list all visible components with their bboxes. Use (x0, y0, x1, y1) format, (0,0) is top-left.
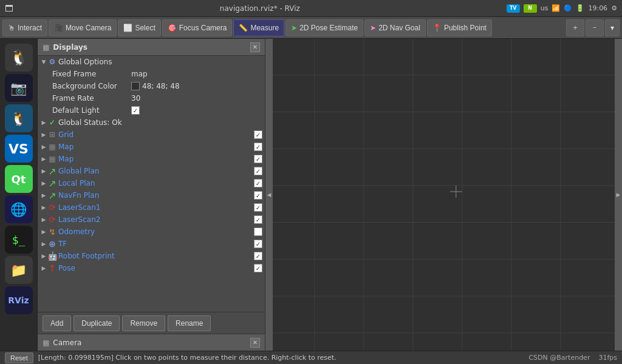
more-icon: ▾ (610, 24, 614, 32)
dock-qt-icon[interactable]: Qt (5, 165, 33, 193)
map2-checkbox[interactable]: ✓ (254, 155, 262, 163)
display-item-map2[interactable]: ▶ ▦ Map ✓ (38, 153, 265, 165)
frame-rate-label: Frame Rate (52, 94, 131, 103)
add-button[interactable]: Add (43, 315, 71, 331)
navfn-plan-icon: ↗ (47, 190, 57, 200)
display-item-tf[interactable]: ▶ ⊕ TF ✓ (38, 238, 265, 250)
display-item-local-plan[interactable]: ▶ ↗ Local Plan ✓ (38, 177, 265, 189)
displays-panel-icon: ▦ (43, 43, 49, 52)
more-options-button[interactable]: ▾ (605, 19, 620, 36)
display-item-laserscan2[interactable]: ▶ ⟳ LaserScan2 ✓ (38, 214, 265, 226)
color-swatch[interactable] (131, 82, 140, 90)
nav-goal-icon: ➤ (370, 24, 376, 32)
plus-icon: ＋ (572, 22, 579, 33)
laserscan1-expand: ▶ (40, 204, 47, 211)
camera-panel-header: ▦ Camera ✕ (38, 334, 265, 351)
map1-icon: ▦ (47, 142, 57, 152)
nav-goal-label: 2D Nav Goal (378, 24, 420, 32)
display-item-robot-footprint[interactable]: ▶ 🤖 Robot Footprint ✓ (38, 250, 265, 262)
global-plan-checkbox[interactable]: ✓ (254, 167, 262, 175)
navfn-plan-checkbox[interactable]: ✓ (254, 191, 262, 200)
map1-checkbox[interactable]: ✓ (254, 143, 262, 151)
window-title: navigation.rviz* - RViz (13, 4, 507, 13)
laserscan1-checkbox[interactable]: ✓ (254, 203, 262, 212)
left-icon-dock: 🐧 📷 🐧 VS Qt 🌐 $_ 📁 RViz (0, 39, 38, 351)
pose-checkbox[interactable]: ✓ (254, 264, 262, 272)
remove-display-button[interactable]: － (586, 19, 604, 36)
local-plan-expand: ▶ (40, 180, 47, 186)
displays-panel-close[interactable]: ✕ (250, 42, 260, 52)
dock-penguin-icon[interactable]: 🐧 (5, 104, 33, 132)
settings-icon[interactable]: ⚙ (611, 4, 617, 12)
move-camera-button[interactable]: 🎥 Move Camera (49, 19, 117, 36)
dock-rviz-icon[interactable]: RViz (5, 286, 33, 314)
focus-camera-button[interactable]: 🎯 Focus Camera (162, 19, 233, 36)
tf-checkbox[interactable]: ✓ (254, 240, 262, 248)
pose-estimate-button[interactable]: ➤ 2D Pose Estimate (285, 19, 363, 36)
laserscan1-icon: ⟳ (47, 203, 57, 212)
dock-filemanager-icon[interactable]: 📁 (5, 256, 33, 284)
display-item-grid[interactable]: ▶ ⊞ Grid ✓ (38, 129, 265, 141)
fixed-frame-row: Fixed Frame map (38, 68, 265, 80)
local-plan-checkbox[interactable]: ✓ (254, 179, 262, 187)
measure-button[interactable]: 📏 Measure (233, 19, 284, 36)
global-status-item[interactable]: ▶ ✓ Global Status: Ok (38, 116, 265, 129)
dock-ubuntu-icon[interactable]: 🐧 (5, 44, 33, 72)
toolbar-right-controls: ＋ － ▾ (566, 19, 620, 36)
dock-camera-icon[interactable]: 📷 (5, 74, 33, 102)
robot-footprint-checkbox[interactable]: ✓ (254, 252, 262, 260)
global-options-expand: ▼ (40, 59, 47, 65)
publish-point-button[interactable]: 📍 Publish Point (427, 19, 492, 36)
remove-button[interactable]: Remove (122, 315, 165, 331)
dock-browser-icon[interactable]: 🌐 (5, 195, 33, 223)
main-layout: 🐧 📷 🐧 VS Qt 🌐 $_ 📁 RViz ▦ Disp (0, 39, 622, 351)
background-color-value: 48; 48; 48 (131, 82, 180, 90)
displays-panel-title: Displays (53, 43, 87, 52)
display-item-map1[interactable]: ▶ ▦ Map ✓ (38, 141, 265, 153)
display-item-odometry[interactable]: ▶ ↯ Odometry (38, 226, 265, 238)
display-item-global-plan[interactable]: ▶ ↗ Global Plan ✓ (38, 165, 265, 177)
map2-expand: ▶ (40, 156, 47, 162)
laserscan2-label: LaserScan2 (58, 215, 254, 224)
select-button[interactable]: ⬜ Select (118, 19, 160, 36)
grid-label: Grid (58, 130, 254, 139)
battery-icon: 🔋 (576, 4, 584, 12)
robot-footprint-icon: 🤖 (47, 251, 57, 261)
tf-label: TF (58, 240, 254, 248)
global-status-icon: ✓ (47, 118, 57, 127)
laserscan1-label: LaserScan1 (58, 203, 254, 212)
display-item-laserscan1[interactable]: ▶ ⟳ LaserScan1 ✓ (38, 201, 265, 214)
default-light-value: ✓ (131, 106, 140, 115)
fixed-frame-label: Fixed Frame (52, 70, 131, 78)
displays-panel-header: ▦ Displays ✕ (38, 39, 265, 56)
grid-checkbox[interactable]: ✓ (254, 130, 262, 139)
default-light-checkbox[interactable]: ✓ (131, 106, 140, 115)
collapse-left-arrow[interactable]: ◀ (265, 39, 273, 351)
add-display-button[interactable]: ＋ (566, 19, 584, 36)
odometry-checkbox[interactable] (254, 228, 262, 236)
display-item-navfn-plan[interactable]: ▶ ↗ NavFn Plan ✓ (38, 189, 265, 201)
reset-button[interactable]: Reset (5, 352, 33, 363)
global-options-section: ▼ ⚙ Global Options Fixed Frame map Backg… (38, 56, 265, 116)
dock-vscode-icon[interactable]: VS (5, 135, 33, 163)
dock-terminal-icon[interactable]: $_ (5, 226, 33, 254)
interact-button[interactable]: 🖱 Interact (2, 19, 47, 36)
map2-icon: ▦ (47, 154, 57, 164)
duplicate-button[interactable]: Duplicate (73, 315, 120, 331)
nav-goal-button[interactable]: ➤ 2D Nav Goal (364, 19, 426, 36)
displays-panel-content[interactable]: ▼ ⚙ Global Options Fixed Frame map Backg… (38, 56, 265, 312)
rename-button[interactable]: Rename (168, 315, 211, 331)
global-options-header[interactable]: ▼ ⚙ Global Options (38, 56, 265, 68)
pose-estimate-label: 2D Pose Estimate (299, 24, 358, 32)
interact-icon: 🖱 (8, 24, 15, 32)
global-status-expand: ▶ (40, 120, 47, 126)
wifi-icon: 📶 (552, 4, 560, 12)
odometry-expand: ▶ (40, 229, 47, 235)
display-item-pose[interactable]: ▶ ↑ Pose ✓ (38, 262, 265, 274)
collapse-right-arrow[interactable]: ▶ (615, 39, 622, 351)
measure-icon: 📏 (239, 24, 248, 32)
measure-label: Measure (250, 24, 279, 32)
laserscan2-checkbox[interactable]: ✓ (254, 215, 262, 224)
3d-viewport[interactable]: ◀ ▶ (265, 39, 622, 351)
camera-panel-close[interactable]: ✕ (250, 338, 260, 348)
